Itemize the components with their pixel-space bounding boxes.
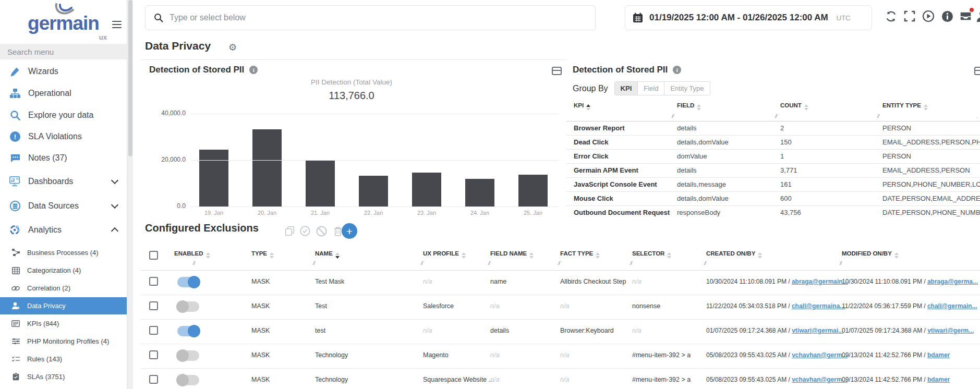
column-header-fact-type[interactable]: FACT TYPE: [560, 250, 600, 259]
column-header-kpi[interactable]: KPI: [574, 102, 590, 111]
created-by-link[interactable]: vchavhan@germ...: [792, 376, 847, 383]
table-row[interactable]: MASK Test Mask n/a name Allbirds Checkou…: [141, 270, 980, 295]
column-resize-handle[interactable]: //: [704, 261, 706, 266]
column-resize-handle[interactable]: //: [313, 261, 314, 266]
table-row[interactable]: JavaScript Console Event details,message…: [566, 177, 980, 191]
column-resize-handle[interactable]: //: [421, 261, 422, 266]
user-icon[interactable]: [975, 9, 980, 23]
fullscreen-icon[interactable]: [903, 9, 916, 23]
refresh-icon[interactable]: [884, 9, 898, 23]
row-checkbox[interactable]: [149, 301, 158, 310]
sidebar-item-slas[interactable]: SLAs (3751): [0, 368, 127, 385]
column-header-count[interactable]: COUNT: [780, 102, 808, 111]
pii-panel-title-row: Detection of Stored PII i: [573, 65, 681, 75]
column-resize-handle[interactable]: //: [877, 114, 879, 119]
column-resize-handle[interactable]: //: [840, 261, 841, 266]
inbox-icon[interactable]: [959, 9, 972, 23]
modified-by-link[interactable]: bdamer: [927, 376, 950, 383]
scrollbar-thumb[interactable]: [128, 0, 132, 156]
table-row[interactable]: MASK Test Salesforce n/a n/a nonsense 11…: [141, 295, 980, 319]
row-checkbox[interactable]: [149, 277, 158, 286]
modified-by-link[interactable]: vtiwari@germ...: [927, 327, 974, 334]
table-row[interactable]: MASK Technology Magento n/a n/a #menu-it…: [141, 344, 980, 368]
modified-by-link[interactable]: chall@germain...: [927, 302, 977, 310]
column-resize-handle[interactable]: //: [775, 114, 777, 119]
sidebar-item-php-monitoring-profiles[interactable]: PHP Monitoring Profiles (4): [0, 333, 127, 350]
sidebar-item-operational[interactable]: Operational: [0, 83, 127, 104]
group-by-option-entity-type[interactable]: Entity Type: [664, 81, 710, 95]
ban-icon[interactable]: [316, 225, 327, 237]
date-range-picker[interactable]: 01/19/2025 12:00 AM - 01/26/2025 12:00 A…: [625, 5, 872, 30]
field-name-cell: details: [490, 327, 509, 334]
sidebar-item-analytics[interactable]: Analytics: [0, 220, 127, 240]
sidebar-item-explore-your-data[interactable]: Explore your data: [0, 105, 127, 126]
sidebar-item-data-privacy[interactable]: Data Privacy: [0, 297, 127, 314]
info-icon[interactable]: i: [249, 66, 258, 74]
enabled-toggle[interactable]: [177, 277, 199, 287]
column-header-name[interactable]: NAME: [315, 250, 340, 259]
sidebar-item-categorization[interactable]: Categorization (4): [0, 262, 127, 279]
sidebar-item-dashboards[interactable]: Dashboards: [0, 171, 127, 192]
modified-by-link[interactable]: abraga@germa...: [927, 278, 978, 285]
table-view-toggle-icon[interactable]: [974, 67, 980, 75]
column-header-created-on-by[interactable]: CREATED ON/BY: [706, 250, 762, 259]
replay-icon[interactable]: [922, 9, 935, 23]
table-row[interactable]: Dead Click details,domValue 150 EMAIL_AD…: [566, 135, 980, 149]
enabled-toggle[interactable]: [177, 350, 199, 361]
column-header-enabled[interactable]: ENABLED: [174, 250, 210, 259]
select-all-checkbox[interactable]: [149, 251, 158, 260]
column-resize-handle[interactable]: //: [193, 261, 195, 266]
group-by-option-field[interactable]: Field: [638, 81, 664, 95]
sidebar-item-business-processes[interactable]: Business Processes (4): [0, 244, 127, 261]
column-resize-handle[interactable]: //: [672, 114, 673, 119]
info-icon[interactable]: i: [673, 66, 681, 74]
column-header-modified-on-by[interactable]: MODIFIED ON/BY: [842, 250, 899, 259]
table-row[interactable]: Outbound Document Request responseBody 4…: [566, 205, 980, 219]
add-exclusion-button[interactable]: +: [342, 223, 357, 239]
row-checkbox[interactable]: [149, 350, 158, 359]
sidebar-item-notes[interactable]: Notes (37): [0, 148, 127, 168]
enabled-toggle[interactable]: [177, 375, 199, 385]
table-row[interactable]: Error Click domValue 1 PERSON: [566, 149, 980, 163]
group-by-option-kpi[interactable]: KPI: [614, 81, 638, 95]
modified-by-link[interactable]: bdamer: [927, 351, 950, 359]
info-icon[interactable]: [940, 9, 954, 23]
column-header-ux-profile[interactable]: UX PROFILE: [423, 250, 466, 259]
table-row[interactable]: Germain APM Event details 3,771 EMAIL_AD…: [566, 163, 980, 177]
hamburger-menu-icon[interactable]: [112, 19, 122, 30]
table-row[interactable]: Browser Report details 2 PERSON: [566, 121, 980, 135]
enabled-toggle[interactable]: [177, 326, 199, 336]
sidebar-item-data-sources[interactable]: Data Sources: [0, 196, 127, 216]
sidebar-item-sla-violations[interactable]: ! SLA Violations: [0, 126, 127, 147]
column-header-field[interactable]: FIELD: [677, 102, 701, 111]
created-by-link[interactable]: vtiwari@germai...: [792, 327, 843, 334]
table-row[interactable]: MASK test n/a details Browser:Keyboard n…: [141, 319, 980, 344]
created-by-link[interactable]: abraga@germain...: [792, 278, 848, 285]
gear-icon[interactable]: ⚙: [228, 42, 237, 53]
created-by-link[interactable]: chall@germaina...: [792, 302, 845, 310]
column-resize-handle[interactable]: .: [976, 114, 977, 119]
table-view-toggle-icon[interactable]: [552, 67, 562, 75]
table-row[interactable]: MASK Technology Squarespace Website ... …: [141, 368, 980, 389]
sidebar-search-input[interactable]: Search menu: [0, 44, 127, 59]
sidebar-item-wizards[interactable]: Wizards: [0, 61, 127, 82]
column-header-selector[interactable]: SELECTOR: [632, 250, 671, 259]
column-resize-handle[interactable]: //: [488, 261, 490, 266]
enabled-toggle[interactable]: [177, 301, 199, 312]
column-resize-handle[interactable]: //: [630, 261, 632, 266]
created-by-link[interactable]: vchavhan@germ...: [792, 351, 847, 359]
table-row[interactable]: Mouse Click details,domValue 600 DATE,PE…: [566, 191, 980, 205]
sidebar-item-rules[interactable]: Rules (143): [0, 350, 127, 368]
sidebar-item-correlation[interactable]: Correlation (2): [0, 279, 127, 297]
column-header-entity-type[interactable]: ENTITY TYPE: [882, 102, 928, 111]
row-checkbox[interactable]: [149, 375, 158, 384]
copy-icon[interactable]: [284, 225, 295, 237]
row-checkbox[interactable]: [149, 326, 158, 335]
column-header-type[interactable]: TYPE: [251, 250, 274, 259]
sidebar-item-kpis[interactable]: KPIs (844): [0, 315, 127, 332]
column-header-field-name[interactable]: FIELD NAME: [490, 250, 534, 259]
column-resize-handle[interactable]: //: [558, 261, 560, 266]
sidebar-scrollbar[interactable]: [127, 0, 133, 389]
global-search-input[interactable]: Type or select below: [145, 5, 596, 30]
check-circle-icon[interactable]: [299, 225, 311, 237]
